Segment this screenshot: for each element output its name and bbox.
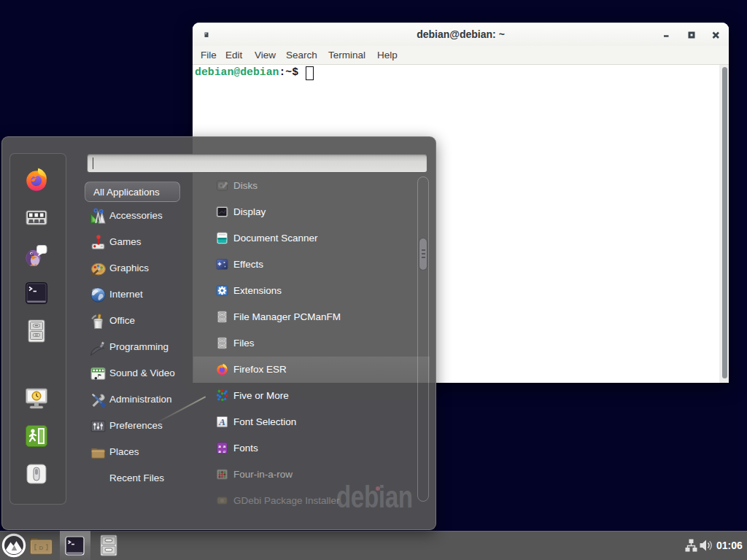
- svg-text:A: A: [218, 416, 225, 427]
- svg-text:a: a: [223, 448, 226, 454]
- svg-text:a: a: [218, 448, 221, 454]
- svg-text:D: D: [39, 545, 44, 551]
